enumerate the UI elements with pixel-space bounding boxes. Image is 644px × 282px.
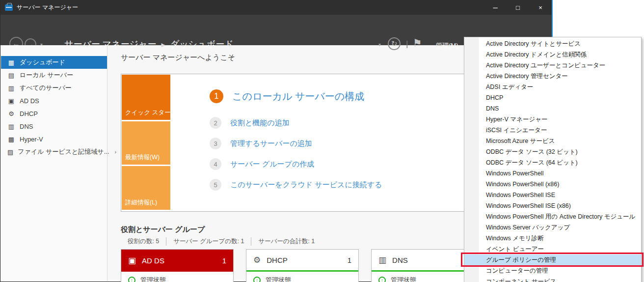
tools-menu-item[interactable]: Hyper-V マネージャー [464,114,641,125]
tools-menu-item[interactable]: コンポーネント サービス [464,276,641,282]
sidebar-item-icon: ▥ [7,123,15,130]
background-window-edge [552,0,553,39]
tools-menu-items: Active Directory サイトとサービス Active Directo… [464,38,641,282]
tools-menu-item-label: Windows Server バックアップ [486,224,570,231]
toolbar-divider: | [406,39,408,49]
sidebar-item[interactable]: ▩ Hyper-V [1,133,107,145]
quickstart-step[interactable]: 5 このサーバーをクラウド サービスに接続する [210,179,382,191]
step-number-badge: 4 [210,158,221,170]
step-link[interactable]: このサーバーをクラウド サービスに接続する [230,180,382,190]
tools-menu-item-label: Active Directory サイトとサービス [486,40,581,47]
roles-section-heading: 役割とサーバー グループ [121,225,205,234]
quickstart-step[interactable]: 4 サーバー グループの作成 [210,158,382,170]
role-tile-header[interactable]: ⚙ DHCP 1 [246,250,358,272]
tools-menu-item[interactable]: Windows PowerShell ISE (x86) [464,200,641,211]
tools-menu-item[interactable]: ODBC データ ソース (32 ビット) [464,146,641,157]
quickstart-step[interactable]: 1 このローカル サーバーの構成 [210,89,382,103]
tools-menu-item[interactable]: Microsoft Azure サービス [464,136,641,146]
quickstart-tab-label: クイック スタート(Q) [125,109,186,117]
sidebar-item-icon: ▩ [7,136,15,143]
breadcrumb-separator-icon: ▶ [161,42,165,48]
tools-menu-item[interactable]: ADSI エディター [464,82,641,92]
notifications-flag-icon[interactable]: ⚑ [413,37,422,49]
sidebar-item[interactable]: ⚙ DHCP [1,107,107,120]
breadcrumb-current[interactable]: ダッシュボード [170,38,234,50]
step-link[interactable]: サーバー グループの作成 [230,160,314,169]
role-tile[interactable]: ▣ AD DS 1 ↑ 管理状態 [121,249,234,282]
step-link[interactable]: このローカル サーバーの構成 [232,90,364,103]
tools-menu-item-label: iSCSI イニシエーター [486,127,547,134]
sidebar-item-icon: ▣ [7,97,15,105]
tools-menu-item[interactable]: iSCSI イニシエーター [464,125,641,136]
quickstart-tab[interactable]: 最新情報(W) [122,121,170,165]
sidebar-item-label: ダッシュボード [20,58,65,67]
step-link[interactable]: 管理するサーバーの追加 [230,139,312,148]
quickstart-step[interactable]: 2 役割と機能の追加 [210,117,382,129]
step-link[interactable]: 役割と機能の追加 [230,118,290,128]
title-bar: サーバー マネージャー ─ □ × [0,0,552,15]
tools-menu-item-label: コンピューターの管理 [486,267,548,274]
tools-menu-item[interactable]: Active Directory サイトとサービス [464,38,641,49]
tools-menu-item[interactable]: Windows PowerShell 用の Active Directory モ… [464,211,641,222]
tools-menu-item[interactable]: Windows PowerShell [464,168,641,179]
role-tile-name: AD DS [142,256,164,265]
maximize-button[interactable]: □ [507,0,529,15]
sidebar-item[interactable]: ▥ DNS [1,120,107,133]
screenshot-canvas: サーバー マネージャー ─ □ × ← → ▾ サーバー マネージャー ▶ ダッ… [0,0,644,282]
quickstart-tab[interactable]: 詳細情報(L) [122,166,170,210]
tools-menu-item[interactable]: Windows メモリ診断 [464,233,641,244]
sidebar-item-label: Hyper-V [20,136,43,143]
tools-menu-item[interactable]: Active Directory ユーザーとコンピューター [464,60,641,71]
manageability-label: 管理状態 [266,276,291,282]
tools-menu-item-label: Active Directory ドメインと信頼関係 [486,51,587,58]
sidebar-item-icon: ▥ [7,85,15,92]
role-tile[interactable]: ⚙ DHCP 1 ↑ 管理状態 [246,249,359,282]
role-tile-count: 1 [222,256,226,265]
sidebar-item-label: AD DS [20,97,39,105]
menu-bar-item[interactable]: 管理(M) [431,39,463,52]
manageability-row[interactable]: ↑ 管理状態 [246,272,358,282]
sidebar-item[interactable]: ▨ ファイル サービスと記憶域サ... › [1,145,107,158]
role-tile-icon: ⚙ [253,255,261,265]
chevron-right-icon: › [115,149,117,155]
tools-menu-item-label: DHCP [486,94,503,101]
tools-menu-item[interactable]: Active Directory ドメインと信頼関係 [464,49,641,60]
refresh-icon[interactable]: ↻ [388,37,401,50]
sidebar-item-icon: ⚙ [7,110,15,117]
tools-menu-item-label: Windows メモリ診断 [486,235,544,242]
tools-menu-item[interactable]: コンピューターの管理 [464,265,641,276]
sidebar-item-icon: ▨ [7,148,13,156]
roles-stat: サーバー グループの数: 1 [166,237,251,246]
status-up-arrow-icon: ↑ [128,277,135,282]
tools-menu-item-label: Microsoft Azure サービス [486,138,555,144]
tools-menu-item[interactable]: Windows PowerShell (x86) [464,179,641,190]
manageability-row[interactable]: ↑ 管理状態 [121,272,233,282]
role-tile-name: DHCP [267,256,288,264]
sidebar-item-label: DHCP [20,110,38,117]
tools-menu-item[interactable]: ODBC データ ソース (64 ビット) [464,157,641,168]
tools-menu-item[interactable]: DHCP [464,92,641,103]
role-tile-header[interactable]: ▣ AD DS 1 [121,250,233,272]
tools-menu-item[interactable]: Windows PowerShell ISE [464,190,641,200]
tools-menu-item[interactable]: グループ ポリシーの管理 [464,254,641,265]
tools-menu-item[interactable]: イベント ビューアー [464,244,641,254]
menu-bar-item-label: 管理(M) [436,42,458,49]
sidebar-item[interactable]: ▣ AD DS [1,94,107,107]
sidebar-item-icon: ▤ [7,72,15,79]
quickstart-step[interactable]: 3 管理するサーバーの追加 [210,138,382,149]
manageability-label: 管理状態 [391,276,416,282]
sidebar-nav: ▦ ダッシュボード ▤ ローカル サーバー ▥ すべてのサーバー [1,45,107,281]
sidebar-item[interactable]: ▤ ローカル サーバー [1,69,107,82]
tools-menu-item[interactable]: DNS [464,103,641,114]
sidebar-item[interactable]: ▥ すべてのサーバー [1,82,107,94]
close-button[interactable]: × [529,0,552,15]
minimize-button[interactable]: ─ [484,0,507,15]
quickstart-tab[interactable]: クイック スタート(Q) [122,75,170,120]
server-manager-app-icon [5,4,13,11]
sidebar-item[interactable]: ▦ ダッシュボード [1,56,107,69]
window-title: サーバー マネージャー [17,3,78,12]
tools-menu-item[interactable]: Windows Server バックアップ [464,222,641,233]
tools-menu-item-label: ODBC データ ソース (64 ビット) [486,159,578,166]
notifications-dropdown-icon[interactable]: ▾ [378,42,381,47]
tools-menu-item[interactable]: Active Directory 管理センター [464,71,641,82]
